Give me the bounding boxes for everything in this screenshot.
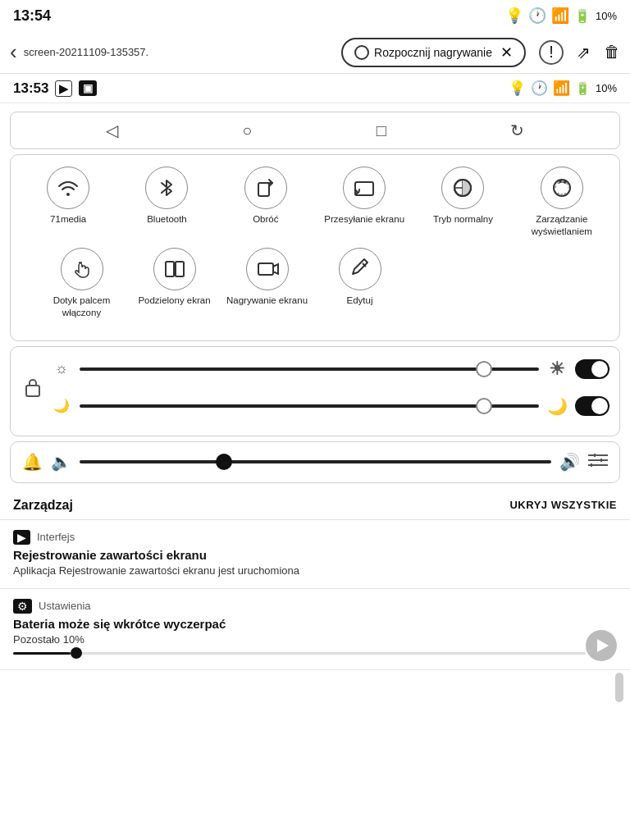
qs-split-label: Podzielony ekran [138,294,210,307]
inner-idea-icon: 💡 [509,80,526,97]
qs-edit-label: Edytuj [347,294,373,307]
delete-icon[interactable]: 🗑 [604,43,620,62]
outer-battery-pct: 10% [596,10,617,22]
bell-icon: 🔔 [22,452,43,472]
notif-1-app-icon: ▶ [13,530,30,545]
outer-time: 13:54 [13,7,51,25]
alert-icon[interactable]: ! [539,40,564,65]
svg-rect-7 [176,262,184,276]
qs-rotate-label: Obróć [253,213,278,226]
scrollbar[interactable] [615,673,623,702]
inner-battery-icon: 🔋 [575,81,591,96]
notif-1-app-name: Interfejs [37,531,75,543]
outer-wifi-icon: 📶 [551,7,569,25]
notif-2-content: Bateria może się wkrótce wyczerpać Pozos… [13,617,617,655]
brightness-toggle-knob [591,361,608,377]
qs-touch-label: Dotyk palcem włączony [35,294,128,319]
notification-card-2: ⚙ Ustawienia Bateria może się wkrótce wy… [0,588,630,666]
qs-item-touch[interactable]: Dotyk palcem włączony [35,248,128,319]
brightness-toggle[interactable] [575,359,609,379]
volume-row: 🔔 🔈 🔊 [22,452,608,472]
qs-item-display[interactable]: Zarządzanie wyświetlaniem [517,167,607,238]
notif-2-title: Bateria może się wkrótce wyczerpać [13,617,617,631]
record-circle-icon [354,45,369,60]
night-thumb[interactable] [476,398,492,414]
inner-app-icon: ▣ [79,80,97,96]
outer-status-bar: 13:54 💡 🕐 📶 🔋 10% [0,0,630,31]
record-close-icon[interactable]: ✕ [500,43,513,62]
night-high-icon: 🌙 [547,396,567,416]
svg-rect-9 [26,386,39,396]
qs-bluetooth-icon [145,167,188,209]
qs-item-record-screen[interactable]: Nagrywanie ekranu [221,248,313,307]
inner-wifi-icon: 📶 [553,80,570,97]
manage-header: Zarządzaj UKRYJ WSZYSTKIE [0,488,630,519]
auto-brightness-lock [21,376,45,399]
record-label: Rozpocznij nagrywanie [374,46,492,59]
night-track[interactable] [80,404,539,408]
battery-track [13,652,586,655]
nav-rotate-btn[interactable]: ↻ [510,121,524,140]
battery-dot [71,647,82,659]
notif-1-body: Aplikacja Rejestrowanie zawartości ekran… [13,564,617,577]
night-toggle[interactable] [575,396,609,416]
equalizer-icon[interactable] [588,452,608,472]
qs-display-label: Zarządzanie wyświetlaniem [517,213,607,238]
inner-time: 13:53 [13,80,48,97]
record-button[interactable]: Rozpocznij nagrywanie ✕ [341,38,526,67]
night-toggle-knob [591,398,608,414]
qs-mode-label: Tryb normalny [433,213,493,226]
inner-battery-pct: 10% [596,82,617,94]
brightness-slider-row: ☼ ☀ [52,358,609,380]
notif-1-title: Rejestrowanie zawartości ekranu [13,548,617,562]
play-triangle-icon [597,639,609,652]
share-icon[interactable]: ⇗ [577,43,591,62]
brightness-thumb[interactable] [476,361,492,377]
notification-card-1: ▶ Interfejs Rejestrowanie zawartości ekr… [0,519,630,588]
nav-home-btn[interactable]: ○ [242,121,252,140]
nav-recents-btn[interactable]: □ [377,121,386,140]
qs-item-normal-mode[interactable]: Tryb normalny [418,167,508,226]
nav-title: screen-20211109-135357. [24,46,335,58]
volume-high-icon: 🔊 [559,452,580,472]
inner-status-right: 💡 🕐 📶 🔋 10% [509,80,617,97]
quick-settings-panel: 71media Bluetooth Obróć [10,154,620,341]
volume-track[interactable] [80,460,551,463]
manage-title: Zarządzaj [13,498,73,513]
qs-cast-icon [343,167,386,209]
battery-progress-bar [13,652,586,655]
outer-clock-icon: 🕐 [528,7,546,25]
qs-wifi-icon [47,167,89,209]
outer-idea-icon: 💡 [505,7,523,25]
qs-record-icon [246,248,289,290]
play-button[interactable] [586,630,617,661]
back-button[interactable]: ‹ [10,39,17,65]
qs-item-cast[interactable]: Przesyłanie ekranu [319,167,409,226]
notif-2-body: Pozostało 10% [13,633,617,646]
svg-rect-6 [166,262,174,276]
hide-all-button[interactable]: UKRYJ WSZYSTKIE [509,499,617,511]
nav-back-btn[interactable]: ◁ [106,121,118,140]
brightness-track[interactable] [80,368,539,371]
qs-item-wifi[interactable]: 71media [23,167,113,226]
brightness-high-icon: ☀ [547,358,567,380]
notif-2-header: ⚙ Ustawienia [13,599,617,614]
notif-2-app-name: Ustawienia [39,600,91,612]
qs-wifi-label: 71media [50,213,86,226]
qs-rotate-icon [244,167,287,209]
qs-item-split[interactable]: Podzielony ekran [128,248,221,307]
volume-low-icon: 🔈 [51,452,71,472]
bottom-area [0,669,630,719]
brightness-sliders-section: ☼ ☀ 🌙 🌙 [10,346,620,436]
qs-item-rotate[interactable]: Obróć [221,167,311,226]
nav-action-icons: ! ⇗ 🗑 [539,40,620,65]
battery-fill [13,652,71,655]
qs-display-icon [541,167,583,209]
volume-thumb[interactable] [216,454,232,470]
qs-item-bluetooth[interactable]: Bluetooth [121,167,212,226]
qs-row-2: Dotyk palcem włączony Podzielony ekran N… [19,248,611,319]
qs-split-icon [153,248,196,290]
notif-1-header: ▶ Interfejs [13,530,617,545]
qs-item-edit[interactable]: Edytuj [313,248,406,307]
nav-bar: ‹ screen-20211109-135357. Rozpocznij nag… [0,31,630,74]
